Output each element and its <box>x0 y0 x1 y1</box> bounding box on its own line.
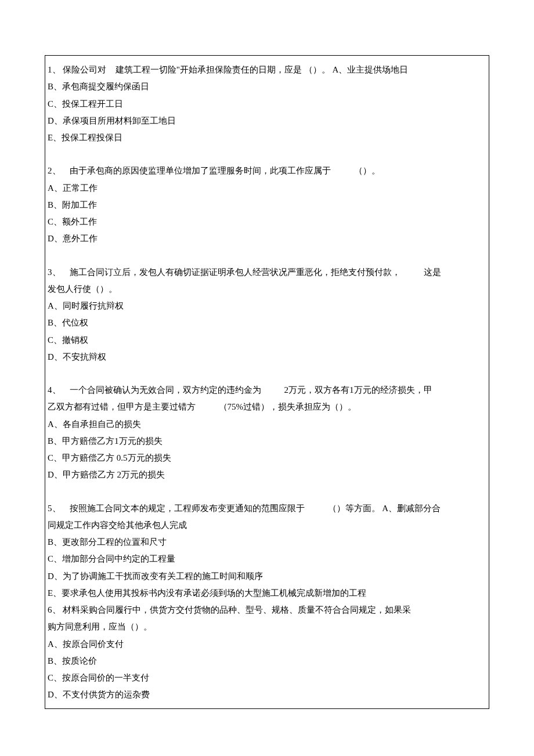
q4-mid: 2万元，双方各有1万元的经济损失，甲 <box>284 385 432 395</box>
q6-number: 6、 <box>48 605 61 614</box>
q3-stem: 3、 施工合同订立后，发包人有确切证据证明承包人经营状况严重恶化，拒绝支付预付款… <box>48 264 486 281</box>
q2-stem-a: 由于承包商的原因使监理单位增加了监理服务时间，此项工作应属于 <box>70 166 331 175</box>
q2-number: 2、 <box>48 166 61 175</box>
q6-stem-a: 材料采购合同履行中，供货方交付货物的品种、型号、规格、质量不符合合同规定，如果采 <box>63 605 411 614</box>
q4-opt-b: B、甲方赔偿乙方1万元的损失 <box>48 433 486 450</box>
q4-stem-a: 一个合同被确认为无效合同，双方约定的违约金为 <box>70 385 261 395</box>
q6-stem: 6、 材料采购合同履行中，供货方交付货物的品种、型号、规格、质量不符合合同规定，… <box>48 602 486 618</box>
q4-stem: 4、 一个合同被确认为无效合同，双方约定的违约金为 2万元，双方各有1万元的经济… <box>48 382 486 399</box>
q2-tail: （）。 <box>354 166 380 175</box>
q1-opt-a-inline: A、业主提供场地日 <box>332 65 408 74</box>
q1-number: 1、 <box>48 65 61 74</box>
q2-opt-c: C、额外工作 <box>48 214 486 230</box>
q3-tail: 这是 <box>424 267 441 277</box>
q5-opt-e: E、要求承包人使用其投标书内没有承诺必须到场的大型施工机械完成新增加的工程 <box>48 585 486 602</box>
q3-opt-b: B、代位权 <box>48 314 486 331</box>
document-container: 1、 保险公司对 建筑工程一切险"开始承担保险责任的日期，应是 （）。 A、业主… <box>45 55 489 709</box>
q5-opt-c: C、增加部分合同中约定的工程量 <box>48 551 486 567</box>
q4-line2-b: （75%过错），损失承担应为（）。 <box>219 402 357 411</box>
q3-stem-line2: 发包人行使（）。 <box>48 281 486 298</box>
q4-opt-d: D、甲方赔偿乙方 2万元的损失 <box>48 466 486 483</box>
q6-stem-line2: 购方同意利用，应当（）。 <box>48 618 486 635</box>
q3-opt-c: C、撤销权 <box>48 332 486 349</box>
q6-opt-b: B、按质论价 <box>48 653 486 670</box>
q5-opt-b: B、更改部分工程的位置和尺寸 <box>48 534 486 551</box>
q3-number: 3、 <box>48 267 61 277</box>
q1-opt-b: B、承包商提交履约保函日 <box>48 78 486 95</box>
q5-stem-line2: 同规定工作内容交给其他承包人完成 <box>48 517 486 534</box>
q6-opt-a: A、按原合同价支付 <box>48 636 486 653</box>
q1-opt-c: C、投保工程开工日 <box>48 96 486 113</box>
q5-stem-a: 按照施工合同文本的规定，工程师发布变更通知的范围应限于 <box>70 504 305 513</box>
q2-stem: 2、 由于承包商的原因使监理单位增加了监理服务时间，此项工作应属于 （）。 <box>48 162 486 179</box>
q6-opt-c: C、按原合同价的一半支付 <box>48 670 486 686</box>
q5-tail: （）等方面。 <box>328 504 380 513</box>
q2-opt-d: D、意外工作 <box>48 230 486 247</box>
q5-opt-a-inline: A、删减部分合 <box>382 504 441 513</box>
q2-opt-b: B、附加工作 <box>48 197 486 214</box>
q4-opt-c: C、甲方赔偿乙方 0.5万元的损失 <box>48 450 486 466</box>
q1-opt-e: E、投保工程投保日 <box>48 129 486 146</box>
q6-opt-d: D、不支付供货方的运杂费 <box>48 686 486 703</box>
q3-stem-a: 施工合同订立后，发包人有确切证据证明承包人经营状况严重恶化，拒绝支付预付款， <box>70 267 400 277</box>
q1-stem: 1、 保险公司对 建筑工程一切险"开始承担保险责任的日期，应是 （）。 A、业主… <box>48 62 486 78</box>
q5-stem: 5、 按照施工合同文本的规定，工程师发布变更通知的范围应限于 （）等方面。 A、… <box>48 500 486 517</box>
q5-opt-d: D、为了协调施工干扰而改变有关工程的施工时间和顺序 <box>48 568 486 585</box>
q4-line2-a: 乙双方都有过错，但甲方是主要过错方 <box>48 402 196 411</box>
q1-opt-d: D、承保项目所用材料卸至工地日 <box>48 113 486 129</box>
q1-stem-b: 建筑工程一切险"开始承担保险责任的日期，应是 （）。 <box>116 65 330 74</box>
q3-opt-d: D、不安抗辩权 <box>48 349 486 366</box>
q3-opt-a: A、同时履行抗辩权 <box>48 298 486 314</box>
q5-number: 5、 <box>48 504 61 513</box>
q4-opt-a: A、各自承担自己的损失 <box>48 416 486 433</box>
q4-number: 4、 <box>48 385 61 395</box>
q1-stem-a: 保险公司对 <box>63 65 106 74</box>
q2-opt-a: A、正常工作 <box>48 180 486 197</box>
q4-stem-line2: 乙双方都有过错，但甲方是主要过错方 （75%过错），损失承担应为（）。 <box>48 399 486 415</box>
